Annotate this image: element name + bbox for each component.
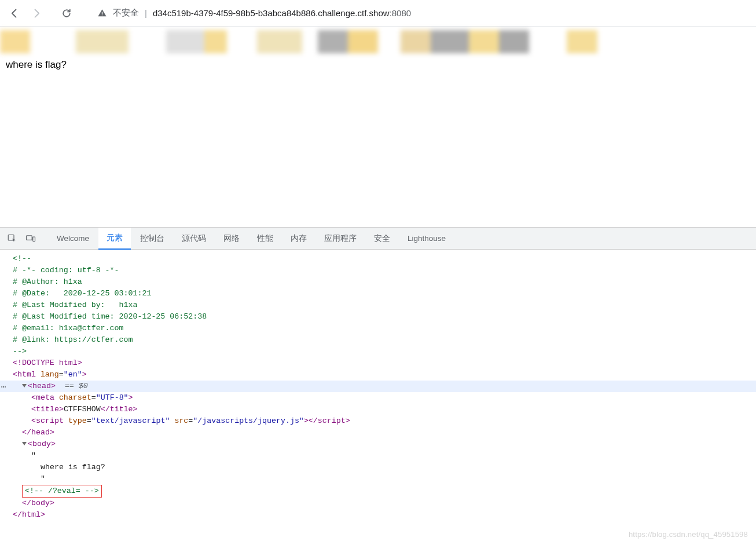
comment-line: --> [13,346,756,357]
address-bar[interactable]: 不安全 | d34c519b-4379-4f59-98b5-b3abca84b8… [89,3,751,23]
page-heading: where is flag? [6,59,750,71]
url-text: d34c519b-4379-4f59-98b5-b3abca84b886.cha… [153,8,411,18]
eval-comment-line[interactable]: <!-- /?eval= --> [13,485,756,498]
body-close[interactable]: </body> [13,498,756,509]
device-toggle-icon[interactable] [22,230,39,247]
head-close[interactable]: </head> [13,427,756,438]
back-button[interactable] [5,3,24,23]
title-line[interactable]: <title>CTFFSHOW</title> [13,404,756,415]
tab-console[interactable]: 控制台 [132,228,173,250]
tab-application[interactable]: 应用程序 [316,228,365,250]
html-open[interactable]: <html lang="en"> [13,369,756,381]
expand-triangle-icon[interactable] [22,442,27,445]
script-line[interactable]: <script type="text/javascript" src="/jav… [13,415,756,427]
browser-toolbar: 不安全 | d34c519b-4379-4f59-98b5-b3abca84b8… [0,0,756,27]
tab-lighthouse[interactable]: Lighthouse [399,228,454,250]
svg-rect-0 [102,12,102,14]
bookmarks-bar-blurred [0,30,756,53]
not-secure-label: 不安全 [113,8,139,19]
inspect-icon[interactable] [3,230,21,247]
body-text-q1: " [13,450,756,462]
tab-memory[interactable]: 内存 [282,228,315,250]
comment-line: # @Date: 2020-12-25 03:01:21 [13,288,756,299]
warning-icon [97,8,107,18]
comment-line: # -*- coding: utf-8 -*- [13,265,756,276]
comment-line: # @link: https://ctfer.com [13,334,756,346]
svg-rect-3 [27,235,32,240]
body-text-where: where is flag? [13,462,756,473]
meta-line[interactable]: <meta charset="UTF-8"> [13,392,756,404]
forward-button[interactable] [27,3,46,23]
html-close[interactable]: </html> [13,509,756,521]
doctype-line[interactable]: <!DOCTYPE html> [13,357,756,369]
comment-line: # @Last Modified by: h1xa [13,299,756,311]
tab-elements[interactable]: 元素 [98,228,131,250]
devtools-tabbar: Welcome 元素 控制台 源代码 网络 性能 内存 应用程序 安全 Ligh… [0,228,756,250]
head-open-selected[interactable]: <head> == $0 [0,381,756,392]
svg-rect-4 [33,237,35,242]
tab-security[interactable]: 安全 [366,228,398,250]
devtools-panel: Welcome 元素 控制台 源代码 网络 性能 内存 应用程序 安全 Ligh… [0,227,756,527]
svg-rect-1 [102,14,102,15]
body-open[interactable]: <body> [13,438,756,450]
elements-tree[interactable]: <!-- # -*- coding: utf-8 -*- # @Author: … [0,250,756,527]
comment-line: # @email: h1xa@ctfer.com [13,323,756,334]
tab-sources[interactable]: 源代码 [174,228,214,250]
separator: | [145,8,147,18]
tab-performance[interactable]: 性能 [249,228,281,250]
page-content: where is flag? [0,53,756,227]
comment-line: # @Author: h1xa [13,276,756,288]
reload-button[interactable] [57,3,76,23]
comment-line: <!-- [13,253,756,265]
tab-welcome[interactable]: Welcome [49,228,97,250]
tab-network[interactable]: 网络 [215,228,248,250]
expand-triangle-icon[interactable] [22,384,27,388]
comment-line: # @Last Modified time: 2020-12-25 06:52:… [13,311,756,323]
body-text-q2: " [13,473,756,485]
